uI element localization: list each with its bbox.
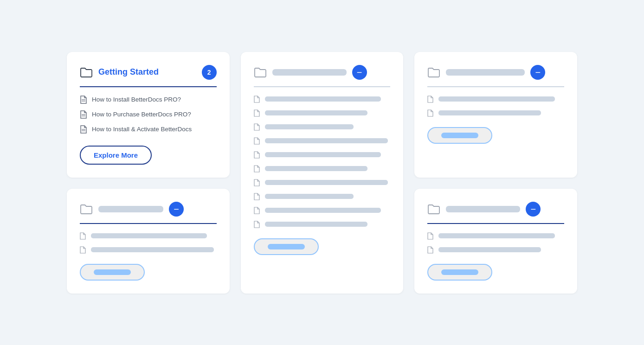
divider [427,86,564,87]
badge-count: 2 [202,65,217,80]
placeholder [265,152,381,157]
list-item [254,137,391,145]
explore-button-ghost[interactable] [254,238,319,255]
doc-icon [254,151,260,159]
doc-icon [254,221,260,228]
card-getting-started: Getting Started 2 How to Install BetterD… [67,52,230,178]
doc-icon [254,193,260,200]
list-item [254,179,391,186]
button-placeholder-bar [94,269,131,275]
badge-minus[interactable]: − [169,202,184,217]
folder-icon [427,67,440,77]
button-placeholder-bar [441,269,478,275]
doc-icon [254,137,260,145]
list-item [254,193,391,200]
divider [80,223,217,224]
list-item: How to Purchase BetterDocs PRO? [80,110,217,119]
doc-icon [427,232,434,240]
doc-icon [254,179,260,186]
placeholder [438,247,541,252]
list-item [427,246,564,254]
folder-icon [254,67,267,77]
card-grid: Getting Started 2 How to Install BetterD… [67,52,577,294]
explore-button-ghost[interactable] [427,264,492,281]
placeholder [265,110,367,115]
list-item [427,232,564,240]
doc-item-text: How to Install BetterDocs PRO? [92,96,181,103]
doc-icon [80,232,86,240]
doc-item-text: How to Purchase BetterDocs PRO? [92,111,191,118]
doc-icon [427,109,434,117]
button-placeholder-bar [441,133,478,138]
doc-icon [80,246,86,254]
placeholder [265,180,388,185]
folder-icon [80,204,93,214]
doc-icon [254,96,260,103]
card-2: − [241,52,404,294]
placeholder [265,222,367,227]
doc-item-text: How to Install & Activate BetterDocs [92,126,192,133]
list-item [254,221,391,228]
doc-list [427,232,564,254]
doc-icon [80,110,87,119]
card-header: Getting Started 2 [80,65,217,80]
placeholder [438,96,554,102]
list-item [254,207,391,214]
doc-icon [80,96,87,104]
list-item: How to Install & Activate BetterDocs [80,125,217,134]
placeholder [265,208,381,213]
placeholder [438,233,554,238]
list-item [80,246,217,254]
list-item [427,96,564,103]
doc-icon [427,246,434,254]
explore-more-button[interactable]: Explore More [80,146,152,165]
title-placeholder [446,69,525,76]
divider [254,86,391,87]
card-header: − [80,202,217,217]
card-header: − [254,65,391,80]
card-header: − [427,65,564,80]
doc-list [80,232,217,254]
list-item [80,232,217,240]
divider [80,86,217,87]
list-item [254,165,391,172]
placeholder [91,233,207,238]
placeholder [265,138,388,143]
doc-list [254,96,391,228]
card-header: − [427,202,564,217]
folder-icon [427,204,440,214]
list-item [254,123,391,131]
placeholder [265,124,354,129]
list-item [254,109,391,117]
doc-list [427,96,564,117]
divider [427,223,564,224]
card-title: Getting Started [98,67,196,77]
doc-icon [254,123,260,131]
doc-icon [254,207,260,214]
placeholder [91,247,214,252]
title-placeholder [98,206,163,212]
doc-list: How to Install BetterDocs PRO? How to Pu… [80,96,217,134]
explore-button-ghost[interactable] [427,127,492,144]
placeholder [265,194,354,199]
list-item [254,96,391,103]
badge-minus[interactable]: − [352,65,367,80]
title-placeholder [272,69,347,76]
badge-minus[interactable]: − [526,202,541,217]
button-placeholder-bar [268,244,305,249]
list-item [254,151,391,159]
card-3: − [414,52,577,178]
badge-minus[interactable]: − [530,65,545,80]
title-placeholder [446,206,520,212]
folder-icon [80,67,93,77]
placeholder [265,166,367,171]
explore-button-ghost[interactable] [80,264,145,281]
card-4: − [67,189,230,294]
placeholder [265,96,381,102]
card-6: − [414,189,577,294]
doc-icon [254,109,260,117]
list-item [427,109,564,117]
doc-icon [254,165,260,172]
doc-icon [80,125,87,134]
doc-icon [427,96,434,103]
